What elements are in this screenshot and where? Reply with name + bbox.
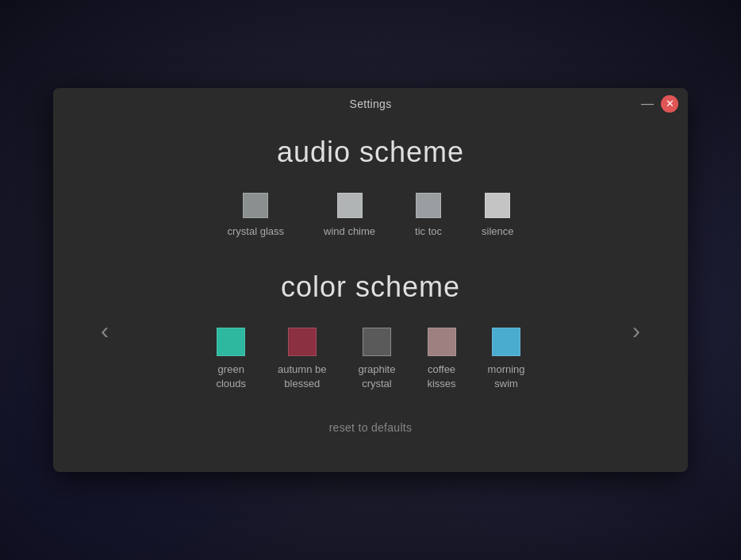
- color-item-coffee-kisses[interactable]: coffeekisses: [427, 328, 455, 391]
- graphite-crystal-swatch: [363, 328, 391, 356]
- tic-toc-swatch: [416, 193, 441, 218]
- silence-swatch: [485, 193, 510, 218]
- title-bar-controls: — ✕: [639, 95, 678, 113]
- next-arrow-button[interactable]: ›: [616, 309, 656, 352]
- reset-defaults-button[interactable]: reset to defaults: [313, 415, 428, 440]
- audio-item-wind-chime[interactable]: wind chime: [324, 193, 375, 239]
- tic-toc-label: tic toc: [415, 224, 442, 239]
- title-bar: Settings — ✕: [53, 88, 688, 120]
- wind-chime-label: wind chime: [324, 224, 375, 239]
- coffee-kisses-label: coffeekisses: [427, 362, 455, 391]
- silence-label: silence: [482, 224, 513, 239]
- autumn-be-blessed-label: autumn beblessed: [278, 362, 326, 391]
- color-item-autumn-be-blessed[interactable]: autumn beblessed: [278, 328, 326, 391]
- close-button[interactable]: ✕: [661, 95, 678, 113]
- morning-swim-label: morningswim: [488, 362, 525, 391]
- window-title: Settings: [350, 98, 392, 110]
- color-scheme-wrapper: ‹ color scheme greenclouds autumn bebles…: [85, 270, 656, 391]
- wind-chime-swatch: [337, 193, 363, 218]
- green-clouds-swatch: [217, 328, 245, 356]
- graphite-crystal-label: graphitecrystal: [358, 362, 395, 391]
- color-item-green-clouds[interactable]: greenclouds: [216, 328, 246, 391]
- audio-scheme-title: audio scheme: [85, 136, 656, 169]
- crystal-glass-label: crystal glass: [228, 224, 285, 239]
- audio-scheme-grid: crystal glass wind chime tic toc silence: [85, 193, 656, 239]
- main-content: audio scheme crystal glass wind chime ti…: [53, 120, 688, 473]
- settings-window: Settings — ✕ audio scheme crystal glass …: [53, 88, 688, 473]
- morning-swim-swatch: [492, 328, 520, 356]
- color-scheme-title: color scheme: [125, 270, 616, 304]
- color-item-morning-swim[interactable]: morningswim: [488, 328, 525, 391]
- minimize-button[interactable]: —: [639, 95, 656, 113]
- color-scheme-grid: greenclouds autumn beblessed graphitecry…: [125, 328, 616, 391]
- audio-item-crystal-glass[interactable]: crystal glass: [228, 193, 285, 239]
- coffee-kisses-swatch: [428, 328, 456, 356]
- color-scheme-section: color scheme greenclouds autumn beblesse…: [125, 270, 616, 391]
- color-item-graphite-crystal[interactable]: graphitecrystal: [358, 328, 395, 391]
- audio-item-silence[interactable]: silence: [482, 193, 513, 239]
- audio-item-tic-toc[interactable]: tic toc: [415, 193, 442, 239]
- prev-arrow-button[interactable]: ‹: [85, 309, 125, 352]
- crystal-glass-swatch: [243, 193, 268, 218]
- autumn-be-blessed-swatch: [288, 328, 317, 356]
- green-clouds-label: greenclouds: [216, 362, 246, 391]
